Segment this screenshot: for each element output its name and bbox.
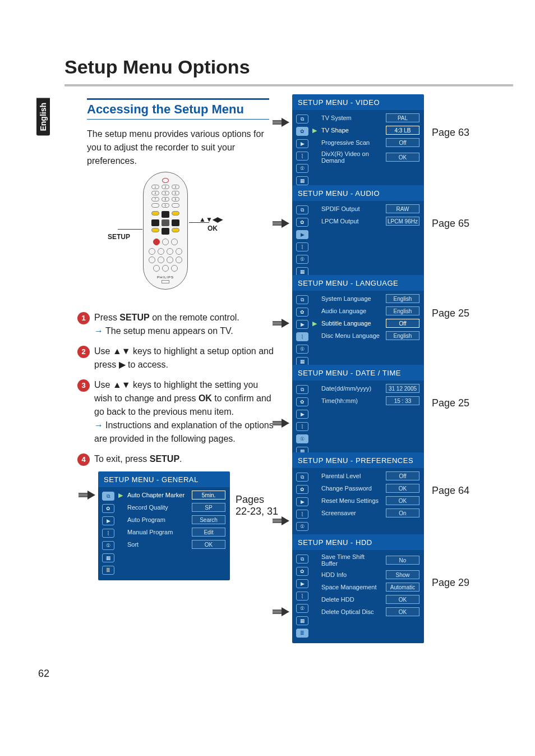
menu-card-general: SETUP MENU - GENERAL⧉✿▶⦚①▦≣▶Auto Chapter… (98, 471, 230, 580)
menu-row-value: No (386, 556, 419, 565)
menu-row-value: Show (386, 570, 419, 579)
menu-tab-icon: ⧉ (296, 473, 308, 482)
menu-tab-icon: ≣ (102, 566, 114, 575)
menu-tab-icon: ① (296, 255, 308, 264)
menu-row: Manual ProgramEdit (118, 528, 225, 537)
menu-row-value: RAW (386, 204, 419, 213)
menu-row-value: Edit (192, 528, 225, 537)
menu-tab-icon: ⧉ (296, 295, 308, 304)
menu-title: SETUP MENU - DATE / TIME (292, 365, 424, 381)
menu-row-label: LPCM Output (321, 218, 382, 224)
menu-row-label: DivX(R) Video on Demand (321, 150, 382, 164)
language-tab: English (36, 98, 50, 136)
page-ref-general: Pages 22-23, 31 (236, 494, 280, 517)
menu-row: Change PasswordOK (312, 484, 419, 493)
menu-row-value: 5min. (192, 491, 225, 500)
menu-row: Audio LanguageEnglish (312, 306, 419, 315)
menu-general-group: SETUP MENU - GENERAL⧉✿▶⦚①▦≣▶Auto Chapter… (98, 471, 230, 580)
menu-row: Date(dd/mm/yyyy)31 12 2005 (312, 384, 419, 393)
menu-row-label: Auto Program (127, 516, 188, 523)
menu-row-value: 4:3 LB (386, 126, 419, 135)
menu-row: Delete Optical DiscOK (312, 607, 419, 616)
step1-text-b: on the remote control. (150, 313, 239, 322)
menu-row-label: TV Shape (321, 127, 382, 134)
remote-setup-label: SETUP (108, 233, 130, 241)
pointer-icon (282, 419, 289, 428)
remote-illustration: 123 456 789 0 PHILIPS SETUP ▲▼◀▶ OK (118, 172, 213, 295)
menu-title: SETUP MENU - AUDIO (292, 185, 424, 201)
menu-row-value: Off (386, 471, 419, 480)
step-number-3: 3 (77, 379, 90, 392)
menu-row-label: Screensaver (321, 510, 382, 516)
step4-text-a: To exit, press (94, 454, 150, 464)
page-ref-language: Page 25 (432, 308, 469, 319)
step4-text-b: . (179, 454, 182, 464)
menu-row: ▶Subtitle LanguageOff (312, 319, 419, 328)
menu-row: ScreensaverOn (312, 508, 419, 517)
step1-bold: SETUP (119, 313, 149, 322)
menu-row-label: Time(hh:mm) (321, 397, 382, 404)
menu-tab-icon: ⦚ (296, 152, 308, 161)
menu-tab-icon: ≣ (296, 629, 308, 638)
intro-text: The setup menu provides various options … (87, 127, 272, 168)
menu-tab-icon: ✿ (296, 567, 308, 576)
menu-row-label: Record Quality (127, 504, 188, 511)
menu-tab-icon: ① (102, 541, 114, 550)
menu-row: LPCM OutputLPCM 96Hz (312, 217, 419, 226)
menu-row-label: Reset Menu Settings (321, 497, 382, 504)
menu-tab-icon: ▶ (102, 516, 114, 525)
step3-boldA: OK (199, 393, 212, 403)
menu-tab-icon: ▶ (296, 230, 308, 239)
menu-title: SETUP MENU - HDD (292, 534, 424, 550)
menu-tab-icon: ⧉ (296, 385, 308, 394)
step2-text: Use ▲▼ keys to highlight a setup option … (94, 345, 274, 372)
menu-row-value: OK (386, 153, 419, 162)
menu-row-value: OK (192, 540, 225, 549)
remote-ok-label: OK (207, 224, 218, 232)
menu-card-hdd: SETUP MENU - HDD⧉✿▶⦚①▦≣Save Time Shift B… (292, 534, 424, 643)
menu-tab-icon: ▶ (296, 320, 308, 329)
menu-row-value: LPCM 96Hz (386, 217, 419, 226)
menu-tab-icon: ✿ (296, 218, 308, 227)
menu-row-value: SP (192, 503, 225, 512)
step-1: 1 Press SETUP on the remote control. →Th… (77, 311, 274, 338)
menu-tab-icon: ⦚ (296, 242, 308, 251)
menu-row-value: Search (192, 515, 225, 524)
menu-row-value: English (386, 294, 419, 303)
menu-row: Time(hh:mm)15 : 33 (312, 396, 419, 405)
menu-row-value: English (386, 331, 419, 340)
menu-row-value: English (386, 306, 419, 315)
arrow-icon: → (94, 420, 103, 430)
page-ref-video: Page 63 (432, 127, 469, 139)
menu-tab-icon: ① (296, 604, 308, 613)
row-pointer-icon: ▶ (312, 320, 318, 327)
menu-row-label: Audio Language (321, 308, 382, 314)
menu-tab-icon: ① (296, 434, 308, 443)
menu-title: SETUP MENU - VIDEO (292, 94, 424, 110)
menu-title: SETUP MENU - PREFERENCES (292, 452, 424, 468)
menu-row-value: PAL (386, 113, 419, 122)
menu-hdd-group: SETUP MENU - HDD⧉✿▶⦚①▦≣Save Time Shift B… (292, 534, 424, 643)
menu-row-value: On (386, 508, 419, 517)
steps-list: 1 Press SETUP on the remote control. →Th… (77, 311, 274, 473)
menu-tab-icon: ⦚ (296, 510, 308, 519)
page-ref-hdd: Page 29 (432, 577, 469, 589)
menu-tab-icon: ⧉ (102, 492, 114, 501)
step-number-4: 4 (77, 453, 90, 466)
menu-row: Auto ProgramSearch (118, 515, 225, 524)
menu-row-value: Off (386, 138, 419, 147)
menu-row-label: Save Time Shift Buffer (321, 553, 382, 567)
step4-bold: SETUP (150, 454, 179, 464)
page-title: Setup Menu Options (64, 56, 250, 78)
menu-row: HDD InfoShow (312, 570, 419, 579)
menu-row: Space ManagementAutomatic (312, 583, 419, 592)
page-number: 62 (38, 668, 49, 680)
menu-title: SETUP MENU - GENERAL (98, 471, 230, 487)
menu-row-label: Space Management (321, 584, 382, 590)
remote-arrows-label: ▲▼◀▶ (199, 216, 223, 223)
menu-row-label: Subtitle Language (321, 320, 382, 327)
menu-row: TV SystemPAL (312, 113, 419, 122)
menu-row: Parental LevelOff (312, 471, 419, 480)
menu-tab-icon: ▦ (296, 616, 308, 625)
step-4: 4 To exit, press SETUP. (77, 452, 274, 466)
